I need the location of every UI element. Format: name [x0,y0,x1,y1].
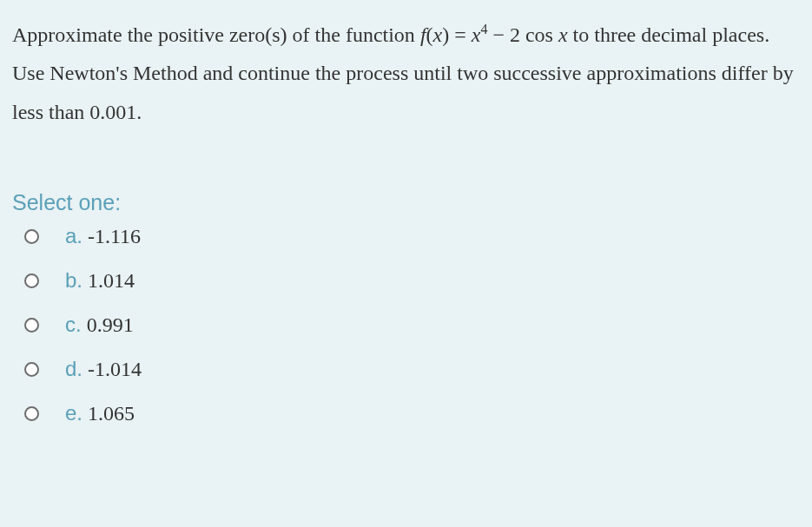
option-b-label[interactable]: b. 1.014 [65,268,135,293]
option-c-value: 0.991 [82,313,134,336]
option-c-letter: c. [65,313,82,336]
question-part1: Approximate the positive zero(s) of the … [12,23,420,46]
option-c-label[interactable]: c. 0.991 [65,313,134,337]
option-d-value: -1.014 [83,358,142,380]
option-e-label[interactable]: e. 1.065 [65,401,135,425]
radio-c[interactable] [24,318,39,333]
option-d[interactable]: d. -1.014 [24,357,800,381]
option-a-letter: a. [65,224,83,247]
option-b-value: 1.014 [83,269,135,292]
option-b[interactable]: b. 1.014 [24,268,800,293]
radio-d[interactable] [24,362,39,377]
option-e-letter: e. [65,401,83,425]
option-e-value: 1.065 [83,402,135,425]
option-c[interactable]: c. 0.991 [24,313,800,337]
option-a-label[interactable]: a. -1.116 [65,224,141,248]
option-b-letter: b. [65,268,83,292]
question-text: Approximate the positive zero(s) of the … [12,16,800,131]
select-one-prompt: Select one: [12,190,800,215]
radio-b[interactable] [24,273,39,288]
options-group: a. -1.116 b. 1.014 c. 0.991 d. -1.014 e.… [12,224,800,425]
option-d-letter: d. [65,357,83,380]
option-d-label[interactable]: d. -1.014 [65,357,142,381]
radio-e[interactable] [24,406,39,421]
radio-a[interactable] [24,229,39,244]
question-formula: f(x) = x4 − 2 cos x [420,23,568,46]
option-e[interactable]: e. 1.065 [24,401,800,425]
option-a[interactable]: a. -1.116 [24,224,800,248]
option-a-value: -1.116 [83,225,141,247]
